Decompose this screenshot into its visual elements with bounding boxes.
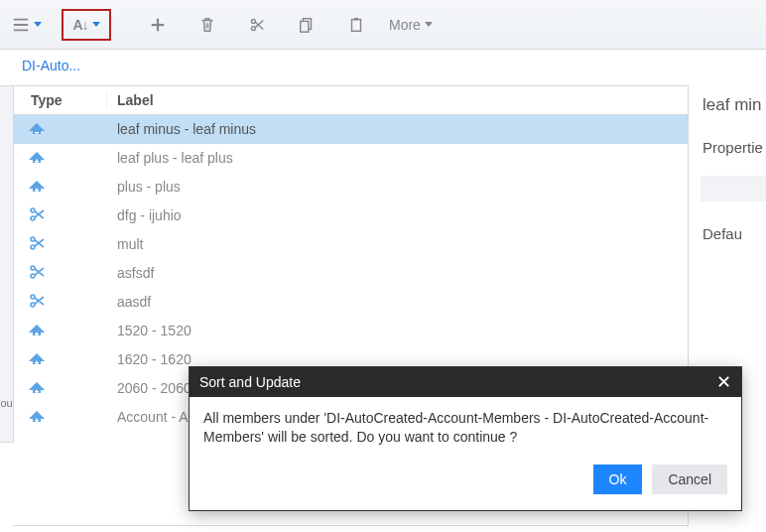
cut-icon <box>13 235 107 254</box>
trash-icon <box>198 16 216 34</box>
properties-label: Propertie <box>702 139 766 156</box>
svg-rect-33 <box>35 420 39 421</box>
default-label: Defau <box>702 225 766 242</box>
svg-rect-30 <box>35 391 39 392</box>
sort-glyph: A↓ <box>72 17 87 33</box>
svg-point-18 <box>31 274 35 278</box>
properties-placeholder <box>701 176 766 201</box>
row-label: plus - plus <box>107 179 688 195</box>
breadcrumb-link[interactable]: DI-Auto... <box>22 58 80 73</box>
more-button[interactable]: More <box>381 5 441 45</box>
delete-button[interactable] <box>183 5 232 45</box>
leaf-plus-icon <box>13 379 107 398</box>
svg-rect-5 <box>354 17 358 20</box>
table-row[interactable]: 1520 - 1520 <box>13 317 688 345</box>
svg-rect-27 <box>35 362 39 363</box>
svg-point-14 <box>31 216 35 220</box>
table-header: Type Label <box>13 86 688 115</box>
sort-button[interactable]: A↓ <box>62 9 111 41</box>
table-row[interactable]: leaf minus - leaf minus <box>13 115 688 144</box>
leaf-plus-icon <box>13 408 107 427</box>
row-label: aasdf <box>107 294 688 310</box>
svg-rect-3 <box>301 21 309 32</box>
table-row[interactable]: leaf plus - leaf plus <box>13 144 688 173</box>
leaf-plus-icon <box>13 322 107 340</box>
leaf-minus-icon <box>13 120 107 139</box>
cut-icon <box>13 206 107 225</box>
svg-point-15 <box>31 208 35 212</box>
row-label: dfg - ijuhio <box>107 207 688 223</box>
clipboard-icon <box>347 16 365 34</box>
svg-rect-24 <box>35 333 39 334</box>
copy-icon <box>298 16 316 34</box>
col-type[interactable]: Type <box>13 92 107 108</box>
dialog-titlebar: Sort and Update ✕ <box>190 367 741 397</box>
dialog-title: Sort and Update <box>199 374 301 390</box>
row-label: mult <box>107 236 688 252</box>
scissors-icon <box>248 16 266 34</box>
svg-rect-13 <box>35 190 39 191</box>
chevron-down-icon <box>92 22 100 27</box>
svg-rect-4 <box>352 19 361 31</box>
left-collapsed-tab[interactable]: ou <box>0 85 14 443</box>
more-label: More <box>389 17 421 33</box>
row-label: leaf plus - leaf plus <box>107 150 688 166</box>
table-row[interactable]: asfsdf <box>13 259 688 288</box>
toolbar: A↓ More <box>0 0 766 50</box>
add-button[interactable] <box>133 5 183 45</box>
svg-point-19 <box>31 266 35 270</box>
table-row[interactable]: plus - plus <box>13 173 688 201</box>
table-row[interactable]: aasdf <box>13 288 688 317</box>
svg-rect-7 <box>35 132 39 133</box>
svg-rect-10 <box>35 161 39 162</box>
ok-button[interactable]: Ok <box>593 465 643 494</box>
row-label: 1520 - 1520 <box>107 323 688 338</box>
leaf-plus-icon <box>13 149 107 168</box>
dialog-message: All members under 'DI-AutoCreated-Accoun… <box>190 397 741 465</box>
close-icon[interactable]: ✕ <box>716 373 731 391</box>
plus-icon <box>149 16 167 34</box>
svg-point-17 <box>31 237 35 241</box>
row-label: asfsdf <box>107 265 688 281</box>
chevron-down-icon <box>425 22 433 27</box>
breadcrumb: DI-Auto... <box>0 50 766 85</box>
leaf-plus-icon <box>13 178 107 197</box>
leaf-plus-icon <box>13 350 107 369</box>
dialog-actions: Ok Cancel <box>190 465 741 510</box>
svg-point-16 <box>31 245 35 249</box>
confirm-dialog: Sort and Update ✕ All members under 'DI-… <box>189 366 742 511</box>
col-label[interactable]: Label <box>107 92 688 108</box>
hamburger-menu[interactable] <box>6 5 48 45</box>
table-row[interactable]: dfg - ijuhio <box>13 201 688 230</box>
cut-button[interactable] <box>232 5 282 45</box>
details-title: leaf min <box>702 95 766 115</box>
copy-button[interactable] <box>282 5 331 45</box>
row-label: 1620 - 1620 <box>107 351 688 367</box>
hamburger-icon <box>12 16 30 34</box>
row-label: leaf minus - leaf minus <box>107 121 688 137</box>
svg-point-21 <box>31 295 35 299</box>
svg-point-20 <box>31 303 35 307</box>
cut-icon <box>13 293 107 312</box>
chevron-down-icon <box>34 22 42 27</box>
left-tab-label: ou <box>0 397 12 409</box>
table-row[interactable]: mult <box>13 230 688 259</box>
cut-icon <box>13 264 107 283</box>
paste-button[interactable] <box>331 5 381 45</box>
cancel-button[interactable]: Cancel <box>652 465 727 494</box>
